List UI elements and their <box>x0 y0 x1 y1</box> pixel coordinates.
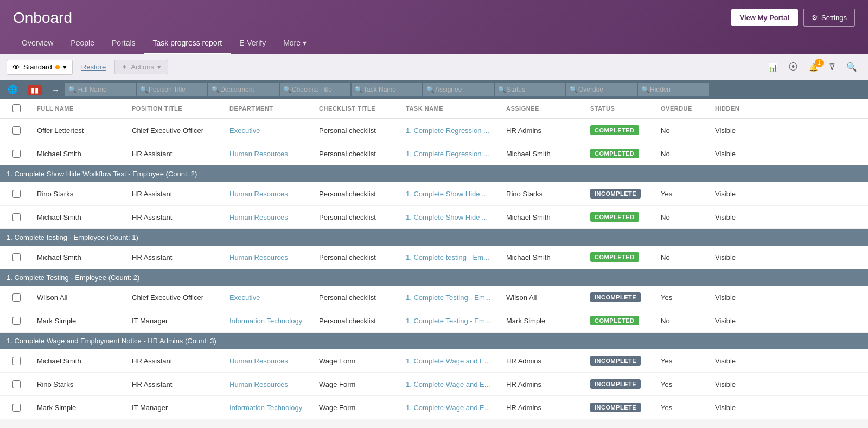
gear-icon <box>812 14 818 22</box>
bar-chart-button[interactable] <box>764 60 782 75</box>
row-checkbox[interactable] <box>12 126 21 135</box>
filter-button[interactable]: ⊽ <box>825 59 840 75</box>
search-icon: 🔍 <box>570 86 578 93</box>
nav-menu: Overview People Portals Task progress re… <box>13 33 855 54</box>
row-checkbox[interactable] <box>12 293 21 302</box>
cell-task: 1. Complete Regression ... <box>401 120 502 141</box>
row-checkbox-wrap <box>0 247 33 268</box>
row-checkbox-wrap <box>0 207 33 228</box>
cell-overdue: Yes <box>656 397 711 418</box>
cell-position: HR Assistant <box>127 183 225 205</box>
row-checkbox[interactable] <box>12 404 21 412</box>
status-badge: COMPLETED <box>590 316 639 325</box>
row-checkbox[interactable] <box>12 150 21 158</box>
col-header-hidden: HIDDEN <box>711 100 776 117</box>
column-headers: FULL NAME POSITION TITLE DEPARTMENT CHEC… <box>0 99 868 119</box>
cell-position: IT Manager <box>127 310 225 331</box>
orange-dot <box>55 65 60 69</box>
row-checkbox[interactable] <box>12 253 21 261</box>
row-checkbox-wrap <box>0 287 33 308</box>
search-icon: 🔍 <box>846 62 857 72</box>
cell-hidden: Visible <box>711 287 776 308</box>
cell-assignee: HR Admins <box>502 374 586 395</box>
cell-task: 1. Complete Testing - Em... <box>401 310 502 331</box>
cell-fullname: Rino Starks <box>33 183 127 205</box>
actions-label: Actions <box>131 63 154 71</box>
row-checkbox-wrap <box>0 374 33 395</box>
cell-dept: Information Technology <box>225 397 315 418</box>
row-checkbox[interactable] <box>12 190 21 198</box>
cell-overdue: No <box>656 310 711 331</box>
cell-hidden: Visible <box>711 183 776 205</box>
search-icon: 🔍 <box>68 86 76 93</box>
col-header-checklist: CHECKLIST TITLE <box>315 100 401 117</box>
view-portal-button[interactable]: View My Portal <box>731 9 799 26</box>
table-row: Michael Smith HR Assistant Human Resourc… <box>0 349 868 373</box>
cell-checklist: Wage Form <box>315 397 401 418</box>
status-badge: COMPLETED <box>590 125 639 135</box>
table-row: Michael Smith HR Assistant Human Resourc… <box>0 142 868 165</box>
nav-item-overview[interactable]: Overview <box>13 33 62 54</box>
restore-button[interactable]: Restore <box>77 60 111 74</box>
cell-fullname: Michael Smith <box>33 143 127 164</box>
cell-dept: Human Resources <box>225 350 315 372</box>
arrow-filter-btn[interactable]: → <box>47 83 64 97</box>
search-button[interactable]: 🔍 <box>842 59 861 75</box>
globe-filter-btn[interactable]: 🌐 <box>3 82 22 97</box>
status-badge: COMPLETED <box>590 212 639 222</box>
search-icon: 🔍 <box>212 86 220 93</box>
cell-fullname: Mark Simple <box>33 310 127 331</box>
cols-icon: ⦿ <box>788 61 798 72</box>
table-row: Offer Lettertest Chief Executive Officer… <box>0 119 868 142</box>
notifications-button[interactable]: 1 <box>805 60 822 75</box>
cell-dept: Human Resources <box>225 183 315 205</box>
col-checkbox-header <box>0 99 33 118</box>
cell-fullname: Michael Smith <box>33 350 127 372</box>
nav-item-everify[interactable]: E-Verify <box>231 33 275 54</box>
cell-checklist: Personal checklist <box>315 183 401 205</box>
group-header: 1. Complete Testing - Employee (Count: 2… <box>0 269 868 286</box>
settings-button[interactable]: Settings <box>803 9 855 27</box>
chevron-down-icon <box>157 63 161 71</box>
nav-item-task-progress[interactable]: Task progress report <box>144 33 231 54</box>
cell-overdue: No <box>656 143 711 164</box>
cell-position: HR Assistant <box>127 143 225 164</box>
cell-assignee: Michael Smith <box>502 247 586 268</box>
cell-fullname: Mark Simple <box>33 397 127 418</box>
nav-item-people[interactable]: People <box>62 33 103 54</box>
cell-task: 1. Complete Wage and E... <box>401 374 502 395</box>
columns-button[interactable]: ⦿ <box>784 59 802 75</box>
flag-filter-btn[interactable]: ▮▮ <box>23 83 46 97</box>
cell-dept: Human Resources <box>225 143 315 164</box>
select-all-checkbox[interactable] <box>12 104 21 112</box>
status-badge: INCOMPLETE <box>590 356 641 366</box>
nav-item-more[interactable]: More <box>275 33 315 54</box>
cell-hidden: Visible <box>711 397 776 418</box>
nav-item-portals[interactable]: Portals <box>103 33 144 54</box>
row-checkbox[interactable] <box>12 380 21 388</box>
cell-task: 1. Complete Regression ... <box>401 143 502 164</box>
cell-checklist: Wage Form <box>315 374 401 395</box>
more-label: More <box>283 39 301 47</box>
row-checkbox[interactable] <box>12 317 21 325</box>
search-icon: 🔍 <box>355 86 363 93</box>
table-row: Michael Smith HR Assistant Human Resourc… <box>0 206 868 229</box>
cell-fullname: Michael Smith <box>33 207 127 228</box>
cell-hidden: Visible <box>711 120 776 141</box>
row-checkbox[interactable] <box>12 213 21 221</box>
cell-overdue: No <box>656 207 711 228</box>
flag-icon: ▮▮ <box>28 85 42 95</box>
view-label: Standard <box>23 63 52 71</box>
table-row: Mark Simple IT Manager Information Techn… <box>0 396 868 419</box>
actions-button[interactable]: Actions <box>114 60 168 74</box>
cell-task: 1. Complete Show Hide ... <box>401 207 502 228</box>
col-header-status: STATUS <box>586 100 656 117</box>
settings-label: Settings <box>821 14 847 22</box>
cell-dept: Human Resources <box>225 207 315 228</box>
view-selector[interactable]: Standard <box>7 60 73 75</box>
cell-status: COMPLETED <box>586 119 656 142</box>
row-checkbox[interactable] <box>12 357 21 365</box>
globe-icon: 🌐 <box>8 85 18 94</box>
group-header: 1. Complete Show Hide Workflow Test - Em… <box>0 165 868 182</box>
toolbar: Standard Restore Actions ⦿ 1 ⊽ 🔍 <box>0 54 868 80</box>
